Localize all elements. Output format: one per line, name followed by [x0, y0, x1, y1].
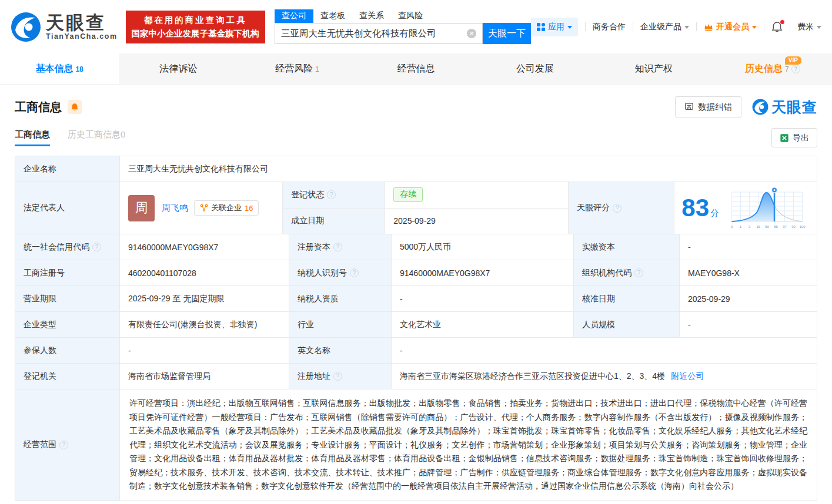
divider	[585, 22, 586, 31]
data-correction-button[interactable]: 数据纠错	[675, 96, 741, 117]
divider	[696, 22, 697, 31]
company-name-value: 三亚周大生无忧共创文化科技有限公司	[120, 156, 817, 182]
user-menu[interactable]: 费米	[797, 22, 821, 32]
nearby-companies-link[interactable]: 附近公司	[671, 371, 704, 382]
tab-legal-proceedings[interactable]: 法律诉讼	[119, 53, 238, 84]
reg-address-cell: 海南省三亚市海棠区琼港经济合作三亚示范区投资促进中心1、2、3、4楼 附近公司	[392, 364, 817, 389]
section-header: 工商信息 数据纠错 天眼查	[0, 85, 832, 117]
company-type-value: 有限责任公司(港澳台投资、非独资)	[120, 312, 289, 337]
divider	[633, 22, 633, 31]
help-icon[interactable]	[350, 268, 359, 277]
tab-intellectual-property[interactable]: 知识产权	[594, 53, 713, 84]
related-companies-badge[interactable]: 关联企业 16	[194, 200, 259, 216]
tab-history-info[interactable]: 历史信息 7 VIP	[713, 53, 832, 84]
table-row: 工商注册号 460200401107028 纳税人识别号 91460000MAE…	[15, 260, 817, 286]
insured-count-label: 参保人数	[15, 338, 120, 363]
nav-apps-label: 应用	[548, 22, 564, 32]
help-icon[interactable]	[59, 441, 68, 449]
staff-size-label: 人员规模	[574, 312, 680, 337]
slogan-line1: 都在用的商业查询工具	[132, 14, 260, 27]
vip-badge: VIP	[785, 56, 801, 65]
credit-code-label: 统一社会信用代码	[15, 234, 120, 260]
help-icon[interactable]	[92, 243, 101, 251]
notifications-bell[interactable]	[771, 21, 783, 33]
reg-status-cell: 存续	[385, 182, 569, 208]
svg-text:15: 15	[756, 225, 760, 229]
divider	[764, 22, 764, 31]
subscribe-bell-button[interactable]	[68, 100, 82, 114]
tab-business-info[interactable]: 经营信息	[356, 53, 475, 84]
chevron-down-icon	[684, 26, 689, 29]
help-icon[interactable]	[791, 65, 800, 73]
score-distribution-chart[interactable]: 0 1 3 15 50 85 97 99 100	[727, 186, 810, 230]
table-row: 营业期限 2025-09-29 至 无固定期限 纳税人资质 - 核准日期 202…	[15, 286, 817, 312]
company-name-label: 企业名称	[15, 156, 120, 182]
reg-capital-value: 5000万人民币	[392, 234, 574, 260]
watermark-brand: 天眼查	[771, 98, 817, 117]
svg-text:0: 0	[731, 225, 733, 229]
help-icon[interactable]	[634, 268, 643, 277]
search-tab-company[interactable]: 查公司	[275, 9, 313, 23]
crown-icon	[704, 23, 713, 31]
search-tabs: 查公司 查老板 查关系 查风险	[275, 9, 531, 23]
data-correction-icon	[684, 102, 694, 112]
reg-address-value: 海南省三亚市海棠区琼港经济合作三亚示范区投资促进中心1、2、3、4楼	[400, 371, 665, 382]
industry-label: 行业	[289, 312, 392, 337]
search-tab-risk[interactable]: 查风险	[391, 9, 430, 23]
insured-count-value: -	[120, 338, 289, 363]
table-row: 参保人数 - 英文名称 -	[15, 338, 817, 364]
business-term-value: 2025-09-29 至 无固定期限	[120, 286, 289, 311]
tianyancha-logo[interactable]: 天眼查 TianYanCha.com	[11, 12, 118, 42]
paid-capital-value: -	[680, 234, 817, 260]
tab-count: 18	[75, 65, 83, 73]
chevron-down-icon	[817, 26, 821, 29]
search-input[interactable]	[281, 28, 467, 39]
nav-apps[interactable]: 应用	[531, 18, 578, 36]
search-button[interactable]: 天眼一下	[483, 23, 531, 44]
help-icon[interactable]	[333, 372, 342, 381]
score-label: 天眼评分	[569, 182, 674, 234]
tab-basic-info[interactable]: 基本信息 18	[0, 53, 119, 84]
username: 费米	[797, 22, 814, 32]
taxpayer-qualification-label: 纳税人资质	[289, 286, 392, 311]
search-tab-boss[interactable]: 查老板	[313, 9, 352, 23]
approval-date-value: 2025-09-29	[680, 286, 817, 311]
help-icon[interactable]	[327, 190, 336, 199]
tab-company-development[interactable]: 公司发展	[476, 53, 594, 84]
page-header: 天眼查 TianYanCha.com 都在用的商业查询工具 国家中小企业发展子基…	[0, 0, 832, 53]
chevron-down-icon	[567, 26, 572, 29]
svg-text:3: 3	[749, 225, 751, 229]
section-title: 工商信息	[15, 99, 62, 115]
tab-operational-risk[interactable]: 经营风险 1	[238, 53, 356, 84]
avatar[interactable]: 周	[128, 195, 155, 221]
company-type-label: 企业类型	[15, 312, 120, 337]
search-tab-relation[interactable]: 查关系	[352, 9, 391, 23]
nav-enterprise-products[interactable]: 企业级产品	[640, 22, 689, 32]
reg-authority-value: 海南省市场监督管理局	[120, 364, 289, 389]
business-term-label: 营业期限	[15, 286, 120, 311]
english-name-label: 英文名称	[289, 338, 392, 363]
watermark-logo: 天眼查	[752, 98, 817, 117]
search-box: ✕	[275, 23, 483, 44]
nav-open-vip[interactable]: 开通会员	[704, 22, 757, 32]
divider	[790, 22, 790, 31]
help-icon[interactable]	[613, 204, 622, 213]
legal-rep-label: 法定代表人	[15, 182, 120, 234]
legal-rep-cell: 周 周飞鸣 关联企业 16	[120, 182, 283, 234]
business-scope-label: 经营范围	[15, 389, 120, 500]
subtab-history-registration[interactable]: 历史工商信息0	[68, 129, 125, 146]
slogan-line2: 国家中小企业发展子基金旗下机构	[132, 27, 260, 41]
taxpayer-id-label: 纳税人识别号	[289, 260, 392, 285]
export-button[interactable]: 导出	[771, 128, 817, 147]
svg-text:50: 50	[765, 225, 769, 229]
nav-cooperation[interactable]: 商务合作	[593, 22, 626, 32]
subtab-current-registration[interactable]: 工商信息	[15, 129, 50, 146]
brand-slogan: 都在用的商业查询工具 国家中小企业发展子基金旗下机构	[126, 11, 266, 43]
company-tab-bar: 基本信息 18 法律诉讼 经营风险 1 经营信息 公司发展 知识产权 历史信息 …	[0, 53, 832, 85]
related-companies-count: 16	[245, 204, 253, 213]
establish-date-value: 2025-09-29	[385, 209, 569, 234]
tianyancha-logo-icon	[752, 99, 768, 115]
help-icon[interactable]	[333, 243, 342, 251]
legal-rep-link[interactable]: 周飞鸣	[162, 203, 188, 214]
clear-icon[interactable]: ✕	[467, 29, 476, 38]
